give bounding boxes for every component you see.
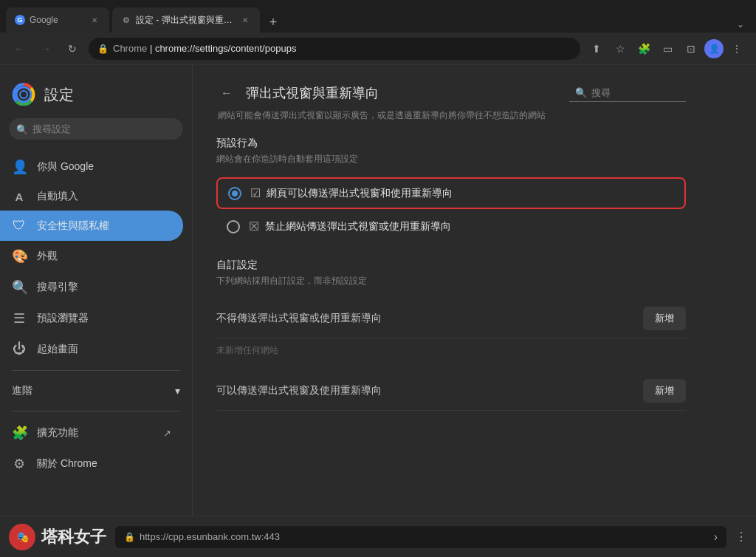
menu-button[interactable]: ⋮ xyxy=(726,38,747,59)
radio-circle-allow xyxy=(228,187,241,200)
sidebar-item-search-label: 搜尋引擎 xyxy=(37,281,78,294)
blocked-row-label: 不得傳送彈出式視窗或使用重新導向 xyxy=(216,312,382,325)
settings-search-input[interactable] xyxy=(591,87,680,98)
radio-option-block[interactable]: ☒ 禁止網站傳送彈出式視窗或使用重新導向 xyxy=(216,212,686,241)
sidebar-item-default-browser-label: 預設瀏覽器 xyxy=(37,312,89,325)
share-button[interactable]: ⬆ xyxy=(586,38,607,59)
sidebar-item-about-label: 關於 Chrome xyxy=(37,457,97,471)
blocked-add-button[interactable]: 新增 xyxy=(643,307,686,330)
browser-frame: G Google ✕ ⚙ 設定 - 彈出式視窗與重新導向 ✕ + ⌄ ← → ↻… xyxy=(0,0,756,557)
you-google-icon: 👤 xyxy=(12,159,27,175)
default-behavior-title: 預設行為 xyxy=(216,137,686,150)
radio-block-content: ☒ 禁止網站傳送彈出式視窗或使用重新導向 xyxy=(249,219,676,233)
bottom-bar-brand-text: 塔科女子 xyxy=(41,526,106,548)
radio-circle-block xyxy=(227,220,240,233)
allowed-add-button[interactable]: 新增 xyxy=(643,379,686,403)
tab-settings-label: 設定 - 彈出式視窗與重新導向 xyxy=(136,14,235,27)
bottom-bar-nav-icon: › xyxy=(714,530,718,544)
url-bar[interactable]: 🔒 Chrome | chrome://settings/content/pop… xyxy=(89,38,580,60)
custom-section-title: 自訂設定 xyxy=(216,259,686,272)
tab-google-close[interactable]: ✕ xyxy=(89,14,100,26)
extensions-button[interactable]: 🧩 xyxy=(633,38,654,59)
url-text: Chrome | chrome://settings/content/popup… xyxy=(113,43,571,54)
sidebar-search: 🔍 xyxy=(9,118,183,140)
sidebar-item-startup-label: 起始畫面 xyxy=(37,343,78,356)
blocked-empty-label: 未新增任何網站 xyxy=(216,338,686,363)
radio-allow-content: ☑ 網頁可以傳送彈出式視窗和使用重新導向 xyxy=(250,186,674,200)
sidebar-item-autofill[interactable]: A 自動填入 xyxy=(0,182,183,211)
blocked-row: 不得傳送彈出式視窗或使用重新導向 新增 xyxy=(216,299,686,338)
allowed-row: 可以傳送彈出式視窗及使用重新導向 新增 xyxy=(216,372,686,411)
settings-inner: ← 彈出式視窗與重新導向 🔍 網站可能會傳送彈出式視窗以顯示廣告，或是透過重新導… xyxy=(193,65,709,428)
toko-logo-icon: 🎭 xyxy=(9,524,35,550)
default-browser-icon: ☰ xyxy=(12,310,27,327)
sidebar: 設定 🔍 👤 你與 Google A 自動填入 🛡 安全性與隱私權 🎨 外觀 xyxy=(0,65,192,516)
sidebar-title: 設定 xyxy=(44,85,74,105)
bottom-bar-url-container[interactable]: 🔒 https://cpp.esunbank.com.tw:443 › xyxy=(115,526,726,548)
radio-group: ☑ 網頁可以傳送彈出式視窗和使用重新導向 ☒ 禁止網站傳送彈出式視窗或使用重新導… xyxy=(216,177,686,241)
sidebar-item-search[interactable]: 🔍 搜尋引擎 xyxy=(0,272,183,303)
sidebar-item-you-google[interactable]: 👤 你與 Google xyxy=(0,151,183,182)
sidebar-item-autofill-label: 自動填入 xyxy=(37,190,78,203)
tab-search-button[interactable]: ⊡ xyxy=(681,38,701,59)
autofill-icon: A xyxy=(12,191,27,203)
svg-point-4 xyxy=(21,92,27,98)
settings-page-title: 彈出式視窗與重新導向 xyxy=(246,84,379,102)
search-input[interactable] xyxy=(9,118,183,140)
chrome-logo xyxy=(12,83,35,106)
block-icon: ☒ xyxy=(249,219,259,233)
sidebar-item-appearance-label: 外觀 xyxy=(37,250,58,263)
new-tab-button[interactable]: + xyxy=(263,12,284,33)
sidebar-divider xyxy=(12,370,180,371)
sidebar-item-appearance[interactable]: 🎨 外觀 xyxy=(0,241,183,272)
settings-description: 網站可能會傳送彈出式視窗以顯示廣告，或是透過重新導向將你帶往不想造訪的網站 xyxy=(216,109,686,122)
cast-button[interactable]: ▭ xyxy=(657,38,678,59)
sidebar-item-you-google-label: 你與 Google xyxy=(37,160,94,174)
settings-search-icon: 🔍 xyxy=(575,87,587,98)
sidebar-advanced[interactable]: 進階 ▾ xyxy=(0,377,192,405)
profile-avatar[interactable]: 👤 xyxy=(704,39,724,58)
radio-allow-label: 網頁可以傳送彈出式視窗和使用重新導向 xyxy=(267,187,453,200)
bottom-bar-logo: 🎭 塔科女子 xyxy=(9,524,106,550)
sidebar-divider-2 xyxy=(12,411,180,411)
search-engine-icon: 🔍 xyxy=(12,279,27,295)
tab-google[interactable]: G Google ✕ xyxy=(6,7,109,33)
external-link-icon: ↗ xyxy=(163,428,171,439)
url-lock-icon: 🔒 xyxy=(124,532,135,542)
radio-option-allow[interactable]: ☑ 網頁可以傳送彈出式視窗和使用重新導向 xyxy=(216,177,686,209)
reload-button[interactable]: ↻ xyxy=(62,38,83,59)
tab-settings[interactable]: ⚙ 設定 - 彈出式視窗與重新導向 ✕ xyxy=(112,7,260,33)
settings-search-box: 🔍 xyxy=(569,84,686,102)
tab-settings-close[interactable]: ✕ xyxy=(239,14,251,26)
sidebar-item-default-browser[interactable]: ☰ 預設瀏覽器 xyxy=(0,303,183,334)
bookmark-button[interactable]: ☆ xyxy=(610,38,630,59)
sidebar-item-security-label: 安全性與隱私權 xyxy=(37,219,109,233)
tab-options-button[interactable]: ⌄ xyxy=(731,16,750,33)
allow-icon: ☑ xyxy=(250,186,261,200)
about-icon: ⚙ xyxy=(12,456,27,472)
settings-back-button[interactable]: ← xyxy=(216,83,237,103)
sidebar-item-extensions[interactable]: 🧩 擴充功能 ↗ xyxy=(0,417,183,448)
back-button[interactable]: ← xyxy=(9,38,30,59)
extensions-sidebar-icon: 🧩 xyxy=(12,425,27,441)
allowed-row-label: 可以傳送彈出式視窗及使用重新導向 xyxy=(216,384,382,397)
settings-content: ← 彈出式視窗與重新導向 🔍 網站可能會傳送彈出式視窗以顯示廣告，或是透過重新導… xyxy=(192,65,756,516)
main-content: 設定 🔍 👤 你與 Google A 自動填入 🛡 安全性與隱私權 🎨 外觀 xyxy=(0,65,756,516)
bottom-bar-url-text: 🔒 https://cpp.esunbank.com.tw:443 xyxy=(124,531,280,542)
advanced-label: 進階 xyxy=(12,384,32,397)
tab-bar: G Google ✕ ⚙ 設定 - 彈出式視窗與重新導向 ✕ + ⌄ xyxy=(0,0,756,33)
appearance-icon: 🎨 xyxy=(12,248,27,264)
sidebar-item-about[interactable]: ⚙ 關於 Chrome xyxy=(0,448,183,479)
forward-button[interactable]: → xyxy=(35,38,56,59)
advanced-chevron: ▾ xyxy=(175,385,180,397)
bottom-bar: 🎭 塔科女子 🔒 https://cpp.esunbank.com.tw:443… xyxy=(0,516,756,557)
url-site: Chrome xyxy=(113,43,147,54)
default-behavior-subtitle: 網站會在你造訪時自動套用這項設定 xyxy=(216,153,686,165)
sidebar-item-startup[interactable]: ⏻ 起始畫面 xyxy=(0,334,183,364)
bottom-bar-actions: ⋮ xyxy=(735,530,747,544)
bottom-bar-url-value: https://cpp.esunbank.com.tw:443 xyxy=(140,531,280,542)
sidebar-item-security[interactable]: 🛡 安全性與隱私權 xyxy=(0,211,183,241)
search-icon: 🔍 xyxy=(16,123,28,134)
url-separator: | xyxy=(150,43,155,54)
bottom-bar-menu-button[interactable]: ⋮ xyxy=(735,530,747,544)
